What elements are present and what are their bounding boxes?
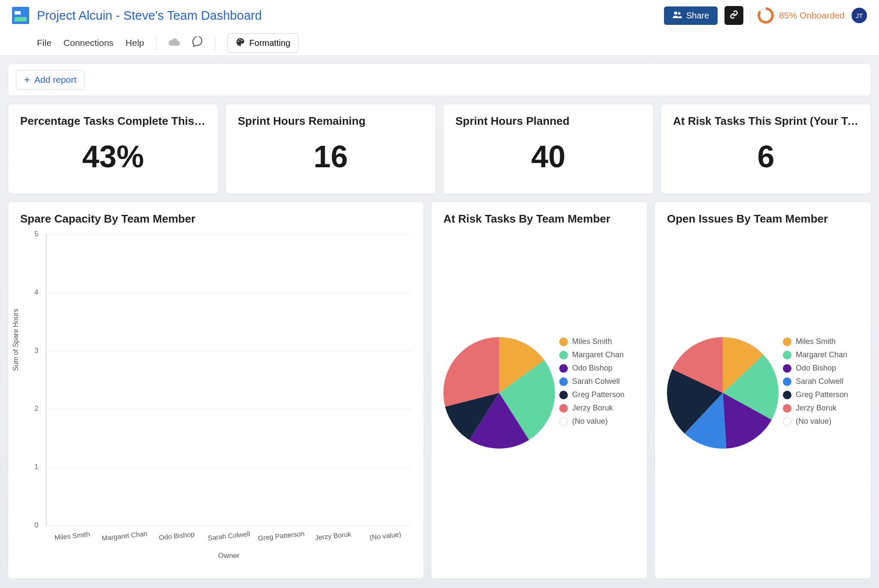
legend-item: Miles Smith bbox=[559, 337, 624, 346]
legend-swatch bbox=[783, 417, 791, 426]
menu-help[interactable]: Help bbox=[126, 38, 144, 48]
y-tick: 1 bbox=[34, 463, 38, 471]
grid-line bbox=[46, 351, 412, 351]
kpi-title: At Risk Tasks This Sprint (Your Team… bbox=[673, 115, 859, 128]
cloud-icon[interactable] bbox=[169, 37, 180, 48]
bar-category-label: Margaret Chan bbox=[101, 530, 148, 542]
legend-swatch bbox=[559, 391, 568, 399]
top-bar: Project Alcuin - Steve's Team Dashboard … bbox=[0, 0, 879, 56]
avatar-initials: JT bbox=[856, 12, 863, 19]
legend-swatch bbox=[559, 338, 568, 346]
bar-category-label: Jerzy Boruk bbox=[315, 531, 352, 542]
bar-category-label: Greg Patterson bbox=[258, 530, 305, 542]
title-wrap: Project Alcuin - Steve's Team Dashboard bbox=[12, 7, 262, 24]
legend-label: Miles Smith bbox=[572, 337, 612, 346]
copy-link-button[interactable] bbox=[724, 6, 743, 25]
y-tick: 0 bbox=[34, 521, 38, 530]
legend-item: Greg Patterson bbox=[783, 390, 848, 399]
legend-label: Margaret Chan bbox=[572, 350, 624, 359]
menu-connections[interactable]: Connections bbox=[64, 38, 114, 48]
legend-item: Odo Bishop bbox=[559, 364, 624, 373]
kpi-value: 16 bbox=[238, 139, 424, 174]
kpi-value: 6 bbox=[673, 139, 859, 174]
legend-label: Sarah Colwell bbox=[796, 377, 843, 386]
menu-file[interactable]: File bbox=[37, 38, 52, 48]
link-icon bbox=[730, 10, 738, 21]
pie-chart bbox=[667, 337, 779, 449]
pie-legend: Miles SmithMargaret ChanOdo BishopSarah … bbox=[783, 337, 848, 426]
comment-icon[interactable] bbox=[192, 36, 203, 49]
share-button[interactable]: Share bbox=[664, 6, 718, 25]
legend-swatch bbox=[559, 364, 568, 373]
avatar[interactable]: JT bbox=[852, 8, 867, 23]
kpi-card-hours-remaining[interactable]: Sprint Hours Remaining 16 bbox=[225, 104, 436, 194]
legend-label: Sarah Colwell bbox=[572, 377, 620, 386]
menu-bar: File Connections Help Formatting bbox=[12, 31, 867, 55]
legend-label: Margaret Chan bbox=[796, 350, 847, 359]
kpi-title: Sprint Hours Planned bbox=[455, 115, 641, 128]
y-tick: 4 bbox=[34, 288, 38, 297]
legend-label: Odo Bishop bbox=[572, 364, 612, 373]
kpi-card-at-risk[interactable]: At Risk Tasks This Sprint (Your Team… 6 bbox=[661, 104, 871, 194]
chart-card-open-issues-pie[interactable]: Open Issues By Team Member Miles SmithMa… bbox=[655, 202, 871, 579]
pie-chart-area: Miles SmithMargaret ChanOdo BishopSarah … bbox=[667, 234, 859, 449]
formatting-button[interactable]: Formatting bbox=[227, 33, 299, 53]
legend-item: Margaret Chan bbox=[559, 350, 624, 359]
kpi-card-hours-planned[interactable]: Sprint Hours Planned 40 bbox=[443, 104, 654, 194]
share-label: Share bbox=[686, 11, 709, 21]
x-axis-label: Owner bbox=[46, 552, 412, 560]
kpi-row: Percentage Tasks Complete This Spr… 43% … bbox=[8, 104, 871, 194]
legend-item: Jerzy Boruk bbox=[783, 404, 848, 413]
kpi-title: Sprint Hours Remaining bbox=[238, 115, 424, 128]
legend-item: Odo Bishop bbox=[783, 364, 848, 373]
legend-swatch bbox=[783, 338, 791, 346]
legend-swatch bbox=[783, 377, 791, 386]
chart-card-spare-capacity[interactable]: Spare Capacity By Team Member Sum of Spa… bbox=[8, 202, 424, 579]
kpi-card-tasks-complete[interactable]: Percentage Tasks Complete This Spr… 43% bbox=[8, 104, 218, 194]
legend-item: Sarah Colwell bbox=[559, 377, 624, 386]
svg-point-1 bbox=[678, 12, 680, 15]
legend-item: Miles Smith bbox=[783, 337, 848, 346]
svg-point-0 bbox=[674, 11, 677, 14]
legend-swatch bbox=[783, 391, 791, 399]
legend-item: Greg Patterson bbox=[559, 390, 624, 399]
legend-label: (No value) bbox=[796, 417, 831, 426]
legend-item: Margaret Chan bbox=[783, 350, 848, 359]
chart-title: At Risk Tasks By Team Member bbox=[443, 212, 635, 226]
charts-row: Spare Capacity By Team Member Sum of Spa… bbox=[8, 202, 871, 579]
onboarded-status[interactable]: 85% Onboarded bbox=[758, 7, 845, 24]
bar-category-label: Miles Smith bbox=[55, 531, 91, 542]
legend-label: Greg Patterson bbox=[796, 390, 848, 399]
divider bbox=[750, 9, 751, 22]
svg-point-4 bbox=[241, 39, 242, 41]
dashboard-content: + Add report Percentage Tasks Complete T… bbox=[0, 56, 879, 588]
chart-card-at-risk-pie[interactable]: At Risk Tasks By Team Member Miles Smith… bbox=[431, 202, 648, 579]
legend-swatch bbox=[783, 364, 791, 373]
y-tick: 5 bbox=[34, 230, 38, 238]
progress-ring-icon bbox=[758, 7, 774, 24]
chart-title: Open Issues By Team Member bbox=[667, 212, 859, 226]
dashboard-logo-icon bbox=[12, 7, 29, 24]
grid-line bbox=[46, 409, 412, 409]
y-tick: 2 bbox=[34, 404, 38, 413]
plus-icon: + bbox=[24, 75, 30, 85]
page-title: Project Alcuin - Steve's Team Dashboard bbox=[37, 9, 262, 23]
divider bbox=[215, 36, 215, 50]
pie-legend: Miles SmithMargaret ChanOdo BishopSarah … bbox=[559, 337, 624, 426]
bar-category-label: Odo Bishop bbox=[158, 531, 195, 542]
onboarded-label: 85% Onboarded bbox=[779, 10, 845, 21]
kpi-value: 40 bbox=[455, 139, 641, 174]
y-tick: 3 bbox=[34, 347, 38, 355]
kpi-title: Percentage Tasks Complete This Spr… bbox=[20, 115, 206, 128]
top-bar-actions: Share 85% Onboarded JT bbox=[664, 6, 867, 25]
legend-label: Jerzy Boruk bbox=[796, 404, 837, 413]
legend-label: Greg Patterson bbox=[572, 390, 624, 399]
legend-label: Miles Smith bbox=[796, 337, 836, 346]
kpi-value: 43% bbox=[20, 139, 206, 174]
divider bbox=[156, 36, 157, 50]
legend-swatch bbox=[783, 351, 791, 359]
add-report-button[interactable]: + Add report bbox=[16, 70, 85, 90]
legend-swatch bbox=[559, 417, 568, 426]
legend-swatch bbox=[559, 404, 568, 413]
svg-point-2 bbox=[238, 40, 239, 42]
